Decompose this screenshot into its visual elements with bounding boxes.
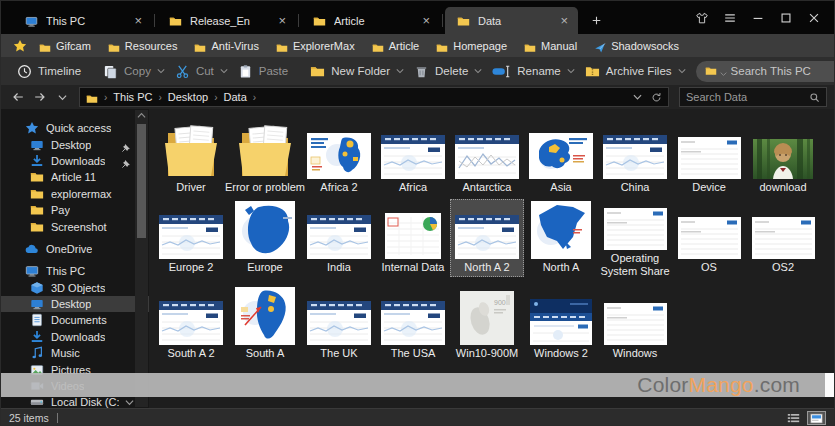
sidebar-item-downloads[interactable]: Downloads bbox=[1, 329, 149, 345]
toolbar-search-box[interactable] bbox=[696, 61, 835, 82]
details-view-icon[interactable] bbox=[784, 411, 803, 425]
delete-button[interactable]: Delete bbox=[414, 64, 482, 79]
sidebar-item-quick-access[interactable]: Quick access bbox=[1, 120, 149, 136]
tab-close-icon[interactable]: × bbox=[558, 14, 570, 27]
copy-button[interactable]: Copy bbox=[103, 64, 165, 79]
bookmark-gifcam[interactable]: Gifcam bbox=[39, 40, 91, 52]
new-folder-button[interactable]: New Folder bbox=[310, 64, 404, 79]
tab-article[interactable]: Article× bbox=[301, 7, 440, 34]
file-item-north-a[interactable]: North A bbox=[524, 199, 598, 277]
back-icon[interactable] bbox=[11, 90, 25, 104]
archive-files-button[interactable]: Archive Files bbox=[585, 64, 686, 79]
breadcrumb-this-pc[interactable]: This PC bbox=[113, 91, 152, 103]
folder-icon bbox=[436, 40, 448, 52]
search-scope-selector[interactable] bbox=[705, 65, 727, 77]
file-item-india[interactable]: India bbox=[302, 199, 376, 277]
bookmark-anti-virus[interactable]: Anti-Virus bbox=[194, 40, 258, 52]
sidebar-item-this-pc[interactable]: This PC bbox=[1, 263, 149, 279]
sidebar-item-3d-objects[interactable]: 3D Objects bbox=[1, 280, 149, 296]
file-item-driver[interactable]: Driver bbox=[154, 119, 228, 197]
thumbnails-view-icon[interactable] bbox=[807, 411, 826, 425]
address-chevron-down-icon[interactable] bbox=[633, 94, 642, 100]
bookmark-resources[interactable]: Resources bbox=[108, 40, 178, 52]
breadcrumb-desktop[interactable]: Desktop bbox=[168, 91, 208, 103]
file-item-windows[interactable]: Windows bbox=[598, 285, 672, 363]
file-item-china[interactable]: China bbox=[598, 119, 672, 197]
chevron-down-icon[interactable] bbox=[125, 399, 134, 406]
file-item-windows-2[interactable]: Windows 2 bbox=[524, 285, 598, 363]
sidebar-item-article-11[interactable]: Article 11 bbox=[1, 169, 149, 185]
chevron-down-icon[interactable] bbox=[567, 68, 575, 74]
bookmark-shadowsocks[interactable]: Shadowsocks bbox=[594, 40, 679, 52]
rename-button[interactable]: Rename bbox=[492, 64, 574, 79]
file-item-africa[interactable]: Africa bbox=[376, 119, 450, 197]
paste-button[interactable]: Paste bbox=[238, 64, 288, 79]
folder-search-box[interactable] bbox=[679, 87, 827, 107]
minimize-icon[interactable] bbox=[746, 7, 770, 29]
file-item-south-a[interactable]: South A bbox=[228, 285, 302, 363]
sidebar-item-music[interactable]: Music bbox=[1, 345, 149, 361]
file-item-europe[interactable]: Europe bbox=[228, 199, 302, 277]
new-tab-plus-icon[interactable] bbox=[586, 11, 606, 31]
sidebar-scrollbar[interactable] bbox=[135, 110, 148, 407]
skin-shirt-icon[interactable] bbox=[690, 7, 714, 29]
chevron-down-icon[interactable] bbox=[157, 68, 165, 74]
file-item-os2[interactable]: OS2 bbox=[746, 199, 820, 277]
tab-data[interactable]: Data× bbox=[445, 7, 578, 34]
navigation-tree: Quick accessDesktopDownloadsArticle 11ex… bbox=[1, 109, 149, 411]
file-item-the-usa[interactable]: The USA bbox=[376, 285, 450, 363]
tab-close-icon[interactable]: × bbox=[420, 14, 432, 27]
file-item-asia[interactable]: Asia bbox=[524, 119, 598, 197]
timeline-button[interactable]: Timeline bbox=[17, 64, 81, 79]
bookmark-homepage[interactable]: Homepage bbox=[436, 40, 507, 52]
file-item-device[interactable]: Device bbox=[672, 119, 746, 197]
bookmark-manual[interactable]: Manual bbox=[524, 40, 577, 52]
close-icon[interactable] bbox=[802, 7, 826, 29]
file-item-europe-2[interactable]: Europe 2 bbox=[154, 199, 228, 277]
folder-search-input[interactable] bbox=[680, 91, 809, 103]
cut-button[interactable]: Cut bbox=[175, 64, 228, 79]
file-item-north-a-2[interactable]: North A 2 bbox=[450, 199, 524, 277]
sidebar-item-pay[interactable]: Pay bbox=[1, 202, 149, 218]
file-item-operating-system-share[interactable]: Operating System Share bbox=[598, 199, 672, 277]
bookmark-article[interactable]: Article bbox=[372, 40, 420, 52]
history-chevron-down-icon[interactable] bbox=[55, 90, 69, 104]
sidebar-item-onedrive[interactable]: OneDrive bbox=[1, 241, 149, 257]
file-item-win10-900m[interactable]: 900Win10-900M bbox=[450, 285, 524, 363]
file-item-south-a-2[interactable]: South A 2 bbox=[154, 285, 228, 363]
file-item-download[interactable]: download bbox=[746, 119, 820, 197]
bookmarks-star-icon[interactable] bbox=[13, 39, 27, 53]
sidebar-item-explorermax[interactable]: explorermax bbox=[1, 186, 149, 202]
file-item-os[interactable]: OS bbox=[672, 199, 746, 277]
file-item-internal-data[interactable]: Internal Data bbox=[376, 199, 450, 277]
file-item-the-uk[interactable]: The UK bbox=[302, 285, 376, 363]
chevron-down-icon[interactable] bbox=[396, 68, 404, 74]
tab-this-pc[interactable]: This PC× bbox=[13, 7, 152, 34]
forward-icon[interactable] bbox=[33, 90, 47, 104]
file-item-error-or-problem[interactable]: Error or problem bbox=[228, 119, 302, 197]
tab-close-icon[interactable]: × bbox=[276, 14, 288, 27]
tab-release-en[interactable]: Release_En× bbox=[157, 7, 296, 34]
toolbar-search-input[interactable] bbox=[727, 65, 835, 77]
maximize-icon[interactable] bbox=[774, 7, 798, 29]
scroll-up-icon[interactable] bbox=[137, 112, 146, 120]
file-item-antarctica[interactable]: Antarctica bbox=[450, 119, 524, 197]
bookmarks-bar: GifcamResourcesAnti-VirusExplorerMaxArti… bbox=[1, 34, 835, 57]
chevron-down-icon[interactable] bbox=[474, 68, 482, 74]
refresh-icon[interactable] bbox=[651, 92, 662, 103]
sidebar-item-documents[interactable]: Documents bbox=[1, 312, 149, 328]
sidebar-item-screenshot[interactable]: Screenshot bbox=[1, 218, 149, 234]
bookmark-explorermax[interactable]: ExplorerMax bbox=[276, 40, 355, 52]
chevron-down-icon[interactable] bbox=[678, 68, 686, 74]
scrollbar-thumb[interactable] bbox=[137, 124, 146, 238]
address-field[interactable]: ›This PC›Desktop›Data› bbox=[79, 87, 669, 107]
sidebar-item-downloads[interactable]: Downloads bbox=[1, 153, 149, 169]
chevron-down-icon[interactable] bbox=[220, 68, 228, 74]
bookmark-label: Gifcam bbox=[56, 40, 91, 52]
sidebar-item-desktop[interactable]: Desktop bbox=[1, 296, 149, 312]
tab-close-icon[interactable]: × bbox=[132, 14, 144, 27]
menu-icon[interactable] bbox=[718, 7, 742, 29]
sidebar-item-desktop[interactable]: Desktop bbox=[1, 136, 149, 152]
file-item-africa-2[interactable]: Africa 2 bbox=[302, 119, 376, 197]
breadcrumb-data[interactable]: Data bbox=[224, 91, 247, 103]
